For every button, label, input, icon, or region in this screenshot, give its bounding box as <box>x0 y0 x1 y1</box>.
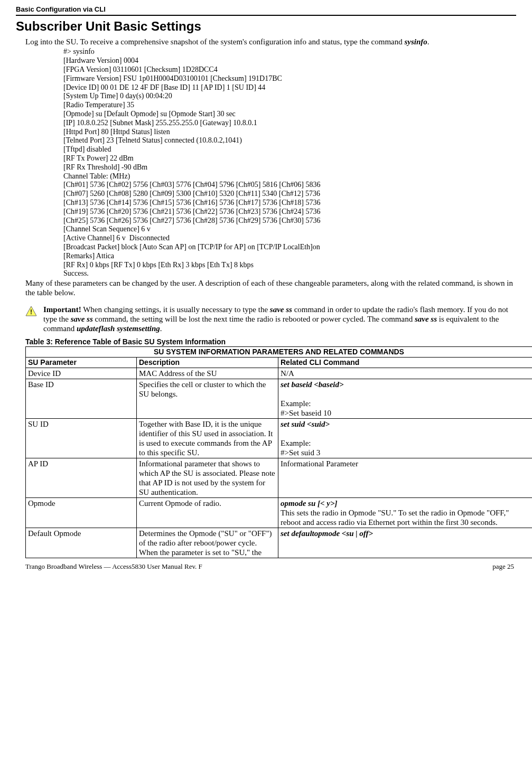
note-text: Important! When changing settings, it is… <box>43 305 516 333</box>
cell-description: Determines the Opmode ("SU" or "OFF") of… <box>137 528 278 558</box>
warning-icon: ! <box>25 306 37 333</box>
su-info-table: SU SYSTEM INFORMATION PARAMETERS AND REL… <box>25 346 532 558</box>
page-footer: Trango Broadband Wireless — Access5830 U… <box>16 562 516 571</box>
table-row: Default Opmode Determines the Opmode ("S… <box>26 528 533 558</box>
cmd-syntax: set defaultopmode <su | off> <box>281 529 373 538</box>
cmd-syntax: set baseid <baseid> <box>281 380 344 389</box>
col-header-parameter: SU Parameter <box>26 357 137 368</box>
cell-description: Specifies the cell or cluster to which t… <box>137 379 278 418</box>
cmd-description: This sets the radio in Opmode "SU." To s… <box>281 509 509 527</box>
cell-command: Informational Parameter <box>278 458 533 497</box>
svg-text:!: ! <box>30 308 32 316</box>
table-caption: Table 3: Reference Table of Basic SU Sys… <box>25 337 516 346</box>
table-row: Device ID MAC Address of the SU N/A <box>26 368 533 379</box>
example-value: #>Set suid 3 <box>281 448 320 457</box>
sysinfo-command: sysinfo <box>404 37 427 46</box>
table-row: SU ID Together with Base ID, it is the u… <box>26 418 533 458</box>
cell-parameter: Opmode <box>26 497 137 528</box>
col-header-command: Related CLI Command <box>278 357 533 368</box>
cell-description: Current Opmode of radio. <box>137 497 278 528</box>
cell-parameter: Device ID <box>26 368 137 379</box>
cell-parameter: AP ID <box>26 458 137 497</box>
cell-command: set suid <suid> Example: #>Set suid 3 <box>278 418 533 458</box>
footer-left: Trango Broadband Wireless — Access5830 U… <box>25 562 202 571</box>
note-seg-5: . <box>160 324 162 333</box>
table-row: Base ID Specifies the cell or cluster to… <box>26 379 533 418</box>
example-label: Example: <box>281 439 311 447</box>
table-header-span-row: SU SYSTEM INFORMATION PARAMETERS AND REL… <box>26 346 533 357</box>
cell-parameter: Default Opmode <box>26 528 137 558</box>
section-title: Subscriber Unit Basic Settings <box>16 19 516 34</box>
save-ss-cmd-3: save ss <box>415 315 437 323</box>
intro-paragraph: Log into the SU. To receive a comprehens… <box>25 37 516 46</box>
cmd-syntax: opmode su [< y>] <box>281 499 338 508</box>
example-value: #>Set baseid 10 <box>281 409 331 417</box>
footer-right: page 25 <box>492 562 514 571</box>
intro-text-post: . <box>427 37 430 46</box>
cell-description: MAC Address of the SU <box>137 368 278 379</box>
important-label: Important! <box>43 305 81 314</box>
cell-command: set baseid <baseid> Example: #>Set basei… <box>278 379 533 418</box>
cell-command: set defaultopmode <su | off> <box>278 528 533 558</box>
cell-parameter: Base ID <box>26 379 137 418</box>
after-cli-paragraph: Many of these parameters can be changed … <box>25 278 516 297</box>
table-span-header: SU SYSTEM INFORMATION PARAMETERS AND REL… <box>26 346 533 357</box>
cli-output: #> sysinfo [Hardware Version] 0004 [FPGA… <box>63 48 516 278</box>
running-header: Basic Configuration via CLI <box>16 5 516 16</box>
important-note: ! Important! When changing settings, it … <box>25 305 516 333</box>
table-header-row: SU Parameter Description Related CLI Com… <box>26 357 533 368</box>
page: Basic Configuration via CLI Subscriber U… <box>0 0 532 581</box>
cmd-syntax: set suid <suid> <box>281 420 330 428</box>
cell-description: Informational parameter that shows to wh… <box>137 458 278 497</box>
intro-text-pre: Log into the SU. To receive a comprehens… <box>25 37 404 46</box>
note-seg-3: command, the setting will be lost the ne… <box>93 315 415 323</box>
cell-command: N/A <box>278 368 533 379</box>
cell-parameter: SU ID <box>26 418 137 458</box>
table-row: AP ID Informational parameter that shows… <box>26 458 533 497</box>
cell-command: opmode su [< y>] This sets the radio in … <box>278 497 533 528</box>
note-seg-1: When changing settings, it is usually ne… <box>81 305 270 314</box>
save-ss-cmd-1: save ss <box>270 305 292 314</box>
cell-description: Together with Base ID, it is the unique … <box>137 418 278 458</box>
example-label: Example: <box>281 399 311 408</box>
table-row: Opmode Current Opmode of radio. opmode s… <box>26 497 533 528</box>
col-header-description: Description <box>137 357 278 368</box>
save-ss-cmd-2: save ss <box>71 315 93 323</box>
updateflash-cmd: updateflash systemsetting <box>77 324 160 333</box>
